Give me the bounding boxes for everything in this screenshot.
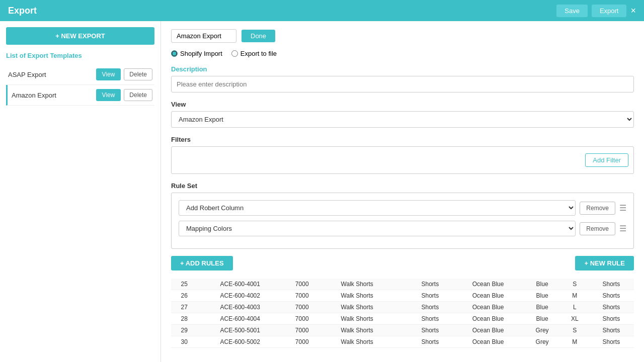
table-row: 30ACE-600-50027000Walk ShortsShortsOcean… — [171, 336, 634, 348]
table-cell: Blue — [523, 279, 561, 290]
table-cell: M — [561, 290, 589, 302]
template-name-asap: ASAP Export — [8, 71, 96, 78]
template-actions-asap: View Delete — [96, 68, 152, 80]
rule-row-1: Add Robert Column Remove ☰ — [179, 200, 626, 216]
save-button[interactable]: Save — [556, 5, 588, 17]
table-cell: Ocean Blue — [453, 325, 523, 336]
table-cell: Shorts — [408, 290, 453, 302]
close-button[interactable]: × — [630, 6, 636, 15]
rule-set-box: Add Robert Column Remove ☰ Mapping Color… — [171, 193, 634, 249]
content-area: Done Shopify Import Export to file Descr… — [161, 21, 644, 362]
table-cell: Ocean Blue — [453, 279, 523, 290]
table-cell: Ocean Blue — [453, 290, 523, 302]
remove-rule-2-button[interactable]: Remove — [580, 222, 615, 235]
data-table: 25ACE-600-40017000Walk ShortsShortsOcean… — [171, 279, 634, 348]
add-filter-button[interactable]: Add Filter — [585, 153, 628, 167]
table-cell: Shorts — [589, 325, 634, 336]
drag-handle-1[interactable]: ☰ — [619, 203, 626, 213]
table-cell: Grey — [523, 336, 561, 348]
table-cell: L — [561, 302, 589, 313]
table-cell: ACE-600-5002 — [197, 336, 283, 348]
table-cell — [393, 336, 407, 348]
filters-box: Add Filter — [171, 146, 634, 174]
radio-export-to-file[interactable]: Export to file — [231, 50, 277, 57]
table-cell: Shorts — [589, 336, 634, 348]
table-cell: Ocean Blue — [453, 302, 523, 313]
view-button-asap[interactable]: View — [96, 68, 121, 80]
table-row: 25ACE-600-40017000Walk ShortsShortsOcean… — [171, 279, 634, 290]
table-cell: Blue — [523, 302, 561, 313]
table-cell: S — [561, 325, 589, 336]
table-cell: XL — [561, 313, 589, 325]
table-cell: 29 — [171, 325, 197, 336]
export-button[interactable]: Export — [592, 5, 627, 17]
table-cell: Ocean Blue — [453, 336, 523, 348]
export-type-group: Shopify Import Export to file — [171, 50, 634, 57]
description-input[interactable] — [171, 76, 634, 93]
view-button-amazon[interactable]: View — [96, 89, 121, 101]
radio-shopify-input[interactable] — [171, 50, 178, 57]
table-cell: Shorts — [589, 290, 634, 302]
table-cell — [393, 290, 407, 302]
new-export-button[interactable]: + NEW EXPORT — [6, 27, 154, 45]
delete-button-amazon[interactable]: Delete — [124, 89, 152, 101]
view-select[interactable]: Amazon Export — [171, 111, 634, 128]
table-cell: Shorts — [408, 279, 453, 290]
view-section-title: View — [171, 101, 634, 108]
table-cell: 7000 — [283, 325, 321, 336]
table-cell: ACE-600-4004 — [197, 313, 283, 325]
add-rules-button[interactable]: + ADD RULES — [171, 256, 233, 270]
rule-select-2[interactable]: Mapping Colors — [179, 221, 576, 236]
table-cell — [393, 279, 407, 290]
table-cell: ACE-600-4001 — [197, 279, 283, 290]
table-cell: 7000 — [283, 290, 321, 302]
rule-select-1[interactable]: Add Robert Column — [179, 200, 576, 216]
radio-file-input[interactable] — [231, 50, 238, 57]
table-cell: Ocean Blue — [453, 313, 523, 325]
description-label: Description — [171, 65, 634, 73]
done-button[interactable]: Done — [242, 30, 275, 42]
delete-button-asap[interactable]: Delete — [124, 68, 152, 80]
template-name-amazon: Amazon Export — [12, 92, 96, 99]
table-cell: Shorts — [408, 336, 453, 348]
table-cell: Walk Shorts — [321, 279, 393, 290]
table-cell: Walk Shorts — [321, 336, 393, 348]
rule-set-title: Rule Set — [171, 182, 634, 190]
template-item-amazon: Amazon Export View Delete — [6, 85, 154, 106]
drag-handle-2[interactable]: ☰ — [619, 224, 626, 233]
remove-rule-1-button[interactable]: Remove — [580, 202, 615, 215]
table-cell: 27 — [171, 302, 197, 313]
sidebar: + NEW EXPORT List of Export Templates AS… — [0, 21, 161, 362]
main-layout: + NEW EXPORT List of Export Templates AS… — [0, 21, 644, 362]
table-cell: ACE-500-5001 — [197, 325, 283, 336]
table-cell: Shorts — [589, 302, 634, 313]
table-row: 28ACE-600-40047000Walk ShortsShortsOcean… — [171, 313, 634, 325]
table-cell: Shorts — [408, 302, 453, 313]
template-name-field[interactable] — [171, 29, 236, 43]
table-cell — [393, 325, 407, 336]
table-cell: Walk Shorts — [321, 302, 393, 313]
table-cell: Walk Shorts — [321, 290, 393, 302]
table-cell — [393, 313, 407, 325]
table-cell: Shorts — [408, 325, 453, 336]
table-cell: 28 — [171, 313, 197, 325]
radio-shopify-import[interactable]: Shopify Import — [171, 50, 222, 57]
table-cell: 25 — [171, 279, 197, 290]
table-cell: Walk Shorts — [321, 313, 393, 325]
radio-file-label: Export to file — [240, 50, 277, 57]
table-cell: ACE-600-4003 — [197, 302, 283, 313]
table-cell: Grey — [523, 325, 561, 336]
table-cell: Shorts — [589, 279, 634, 290]
table-cell: 7000 — [283, 313, 321, 325]
table-cell: Shorts — [408, 313, 453, 325]
table-cell: Blue — [523, 290, 561, 302]
bottom-buttons: + ADD RULES + NEW RULE — [171, 256, 634, 270]
table-cell: Blue — [523, 313, 561, 325]
table-cell: M — [561, 336, 589, 348]
radio-shopify-label: Shopify Import — [180, 50, 222, 57]
table-cell: 30 — [171, 336, 197, 348]
table-cell: ACE-600-4002 — [197, 290, 283, 302]
new-rule-button[interactable]: + NEW RULE — [575, 256, 634, 270]
table-cell: 7000 — [283, 279, 321, 290]
table-cell — [393, 302, 407, 313]
